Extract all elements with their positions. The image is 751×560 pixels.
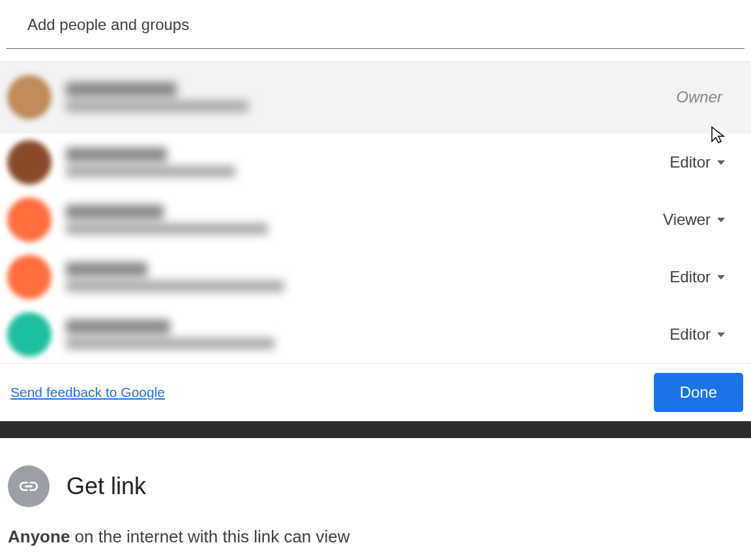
get-link-header: Get link bbox=[8, 465, 743, 507]
get-link-title: Get link bbox=[66, 473, 146, 500]
person-email bbox=[66, 223, 268, 235]
role-label: Editor bbox=[670, 325, 711, 344]
link-icon bbox=[8, 465, 50, 507]
person-name bbox=[66, 147, 167, 162]
role-label: Editor bbox=[670, 153, 711, 171]
chevron-down-icon bbox=[717, 160, 725, 165]
person-name bbox=[66, 262, 147, 276]
link-description: Anyone on the internet with this link ca… bbox=[8, 507, 743, 547]
person-name bbox=[66, 319, 170, 334]
people-list: OwnerEditorViewerEditorEditor bbox=[0, 49, 751, 363]
person-info bbox=[66, 82, 676, 112]
person-row: Editor bbox=[0, 306, 751, 363]
add-people-input[interactable] bbox=[7, 7, 744, 49]
role-selector[interactable]: Editor bbox=[667, 321, 728, 347]
role-selector[interactable]: Editor bbox=[667, 149, 728, 175]
person-info bbox=[66, 205, 660, 235]
get-link-section: Get link Anyone on the internet with thi… bbox=[0, 438, 751, 553]
link-desc-bold: Anyone bbox=[8, 527, 70, 546]
input-wrapper bbox=[0, 0, 751, 49]
person-name bbox=[66, 82, 177, 96]
person-email bbox=[66, 280, 284, 292]
feedback-link[interactable]: Send feedback to Google bbox=[10, 385, 165, 400]
share-dialog: OwnerEditorViewerEditorEditor Send feedb… bbox=[0, 0, 751, 421]
done-button[interactable]: Done bbox=[654, 373, 743, 412]
dialog-footer: Send feedback to Google Done bbox=[0, 363, 751, 421]
role-label: Editor bbox=[670, 268, 711, 286]
chevron-down-icon bbox=[717, 332, 725, 337]
separator-bar bbox=[0, 421, 751, 438]
person-email bbox=[66, 100, 248, 112]
person-email bbox=[66, 338, 274, 349]
avatar bbox=[7, 140, 52, 184]
person-info bbox=[66, 147, 667, 177]
chevron-down-icon bbox=[717, 218, 725, 222]
person-row: Owner bbox=[0, 61, 751, 134]
person-name bbox=[66, 205, 164, 219]
person-row: Viewer bbox=[0, 191, 751, 248]
chevron-down-icon bbox=[717, 275, 725, 280]
person-info bbox=[66, 262, 667, 292]
person-info bbox=[66, 319, 667, 349]
role-label: Viewer bbox=[663, 211, 711, 229]
role-selector[interactable]: Viewer bbox=[660, 207, 728, 233]
role-selector[interactable]: Editor bbox=[667, 264, 728, 290]
person-row: Editor bbox=[0, 134, 751, 191]
avatar bbox=[7, 75, 52, 119]
person-row: Editor bbox=[0, 248, 751, 306]
avatar bbox=[7, 312, 52, 357]
avatar bbox=[7, 255, 52, 299]
person-email bbox=[66, 166, 235, 177]
owner-label: Owner bbox=[676, 88, 722, 106]
avatar bbox=[7, 198, 52, 242]
link-desc-rest: on the internet with this link can view bbox=[70, 527, 349, 546]
